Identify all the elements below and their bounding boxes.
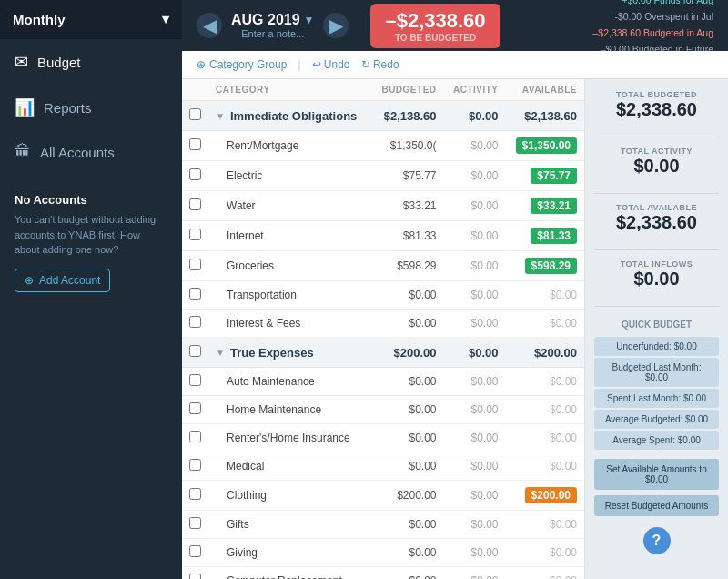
help-button[interactable]: ? (643, 527, 671, 554)
redo-button[interactable]: ↻ Redo (361, 58, 399, 71)
quick-budget-item[interactable]: Budgeted Last Month: $0.00 (594, 358, 719, 387)
item-budgeted[interactable]: $0.00 (372, 424, 444, 452)
item-checkbox[interactable] (189, 374, 201, 386)
available-value: $0.00 (550, 574, 577, 579)
available-value: $0.00 (550, 518, 577, 531)
item-checkbox[interactable] (189, 459, 201, 471)
available-badge: $200.00 (525, 487, 577, 503)
sidebar-item-reports[interactable]: 📊 Reports (0, 85, 182, 130)
table-row[interactable]: Interest & Fees $0.00 $0.00 $0.00 (182, 310, 584, 338)
group-checkbox[interactable] (189, 108, 201, 120)
monthly-dropdown[interactable]: Monthly ▾ (0, 0, 182, 39)
item-checkbox[interactable] (189, 488, 201, 500)
expand-arrow-icon[interactable]: ▼ (216, 111, 225, 121)
item-budgeted[interactable]: $75.77 (372, 161, 444, 191)
table-row[interactable]: Home Maintenance $0.00 $0.00 $0.00 (182, 396, 584, 424)
group-activity: $0.00 (444, 338, 506, 368)
prev-month-button[interactable]: ◀ (197, 13, 222, 38)
table-row[interactable]: Giving $0.00 $0.00 $0.00 (182, 539, 584, 567)
next-month-button[interactable]: ▶ (323, 13, 349, 38)
available-value: $0.00 (550, 432, 577, 444)
available-badge: $598.29 (525, 258, 577, 274)
budget-table-container[interactable]: CATEGORY BUDGETED ACTIVITY AVAILABLE ▼ I… (182, 79, 584, 579)
table-row[interactable]: Auto Maintenance $0.00 $0.00 $0.00 (182, 368, 584, 396)
quick-budget-item[interactable]: Average Spent: $0.00 (594, 431, 719, 450)
table-row[interactable]: Medical $0.00 $0.00 $0.00 (182, 452, 584, 481)
available-badge: $81.33 (531, 228, 577, 244)
table-row[interactable]: Water $33.21 $0.00 $33.21 (182, 191, 584, 221)
item-checkbox[interactable] (189, 316, 201, 328)
total-activity-block: TOTAL ACTIVITY $0.00 (594, 147, 719, 177)
item-budgeted[interactable]: $0.00 (372, 567, 444, 580)
item-activity: $0.00 (444, 511, 506, 539)
item-budgeted[interactable]: $33.21 (372, 191, 444, 221)
item-budgeted[interactable]: $0.00 (372, 452, 444, 481)
item-available: $0.00 (506, 396, 584, 424)
item-budgeted[interactable]: $0.00 (372, 511, 444, 539)
table-row[interactable]: Gifts $0.00 $0.00 $0.00 (182, 511, 584, 539)
total-available-block: TOTAL AVAILABLE $2,338.60 (594, 203, 719, 233)
item-budgeted[interactable]: $0.00 (372, 310, 444, 338)
item-budgeted[interactable]: $0.00 (372, 539, 444, 567)
undo-button[interactable]: ↩ Undo (312, 58, 350, 71)
month-nav: ◀ AUG 2019 ▼ Enter a note... ▶ (197, 12, 349, 39)
item-checkbox[interactable] (189, 574, 201, 579)
table-row[interactable]: Rent/Mortgage $1,350.0( $0.00 $1,350.00 (182, 131, 584, 161)
item-checkbox-cell (182, 396, 208, 424)
item-budgeted[interactable]: $200.00 (372, 481, 444, 511)
add-account-button[interactable]: ⊕ Add Account (15, 269, 110, 292)
quick-budget-item[interactable]: Underfunded: $0.00 (594, 337, 719, 356)
table-row[interactable]: Internet $81.33 $0.00 $81.33 (182, 221, 584, 251)
item-checkbox-cell (182, 161, 208, 191)
item-checkbox[interactable] (189, 229, 201, 240)
quick-budget-item[interactable]: Average Budgeted: $0.00 (594, 410, 719, 429)
right-panel: TOTAL BUDGETED $2,338.60 TOTAL ACTIVITY … (584, 79, 728, 579)
item-activity: $0.00 (444, 567, 506, 580)
quick-budget-item[interactable]: Spent Last Month: $0.00 (594, 389, 719, 408)
sidebar-budget-label: Budget (37, 55, 81, 70)
sidebar-item-budget[interactable]: ✉ Budget (0, 39, 182, 85)
table-row[interactable]: Clothing $200.00 $0.00 $200.00 (182, 481, 584, 511)
table-row[interactable]: Electric $75.77 $0.00 $75.77 (182, 161, 584, 191)
tbb-amount: –$2,338.60 (385, 9, 485, 33)
table-group-row[interactable]: ▼ True Expenses $200.00 $0.00 $200.00 (182, 338, 584, 368)
category-group-button[interactable]: ⊕ Category Group (197, 58, 287, 71)
bar-chart-icon: 📊 (15, 97, 35, 117)
group-checkbox[interactable] (189, 345, 201, 357)
table-row[interactable]: Renter's/Home Insurance $0.00 $0.00 $0.0… (182, 424, 584, 452)
tbb-label: To be Budgeted (385, 33, 485, 43)
set-available-button[interactable]: Set Available Amounts to $0.00 (594, 459, 719, 490)
undo-label: ↩ Undo (312, 58, 350, 71)
note-placeholder[interactable]: Enter a note... (241, 28, 304, 39)
table-row[interactable]: Computer Replacement $0.00 $0.00 $0.00 (182, 567, 584, 580)
table-row[interactable]: Groceries $598.29 $0.00 $598.29 (182, 251, 584, 281)
month-dropdown-arrow: ▼ (304, 14, 315, 26)
table-group-row[interactable]: ▼ Immediate Obligations $2,138.60 $0.00 … (182, 101, 584, 131)
item-checkbox[interactable] (189, 431, 201, 442)
item-checkbox[interactable] (189, 138, 201, 150)
item-checkbox[interactable] (189, 168, 201, 180)
item-checkbox[interactable] (189, 288, 201, 300)
expand-arrow-icon[interactable]: ▼ (216, 348, 225, 358)
item-name: Water (208, 191, 372, 221)
item-budgeted[interactable]: $598.29 (372, 251, 444, 281)
item-budgeted[interactable]: $0.00 (372, 281, 444, 310)
item-checkbox[interactable] (189, 402, 201, 414)
category-group-icon: ⊕ (197, 58, 206, 71)
item-checkbox[interactable] (189, 517, 201, 529)
item-checkbox[interactable] (189, 198, 201, 210)
accounts-section: No Accounts You can't budget without add… (0, 178, 182, 307)
table-row[interactable]: Transportation $0.00 $0.00 $0.00 (182, 281, 584, 310)
item-budgeted[interactable]: $81.33 (372, 221, 444, 251)
reset-budgeted-button[interactable]: Reset Budgeted Amounts (594, 495, 719, 516)
item-budgeted[interactable]: $1,350.0( (372, 131, 444, 161)
item-checkbox[interactable] (189, 545, 201, 557)
item-available: $0.00 (506, 368, 584, 396)
month-year-label[interactable]: AUG 2019 ▼ (231, 12, 314, 28)
item-activity: $0.00 (444, 251, 506, 281)
item-checkbox[interactable] (189, 259, 201, 270)
item-budgeted[interactable]: $0.00 (372, 396, 444, 424)
item-budgeted[interactable]: $0.00 (372, 368, 444, 396)
item-checkbox-cell (182, 452, 208, 481)
sidebar-item-all-accounts[interactable]: 🏛 All Accounts (0, 130, 182, 175)
